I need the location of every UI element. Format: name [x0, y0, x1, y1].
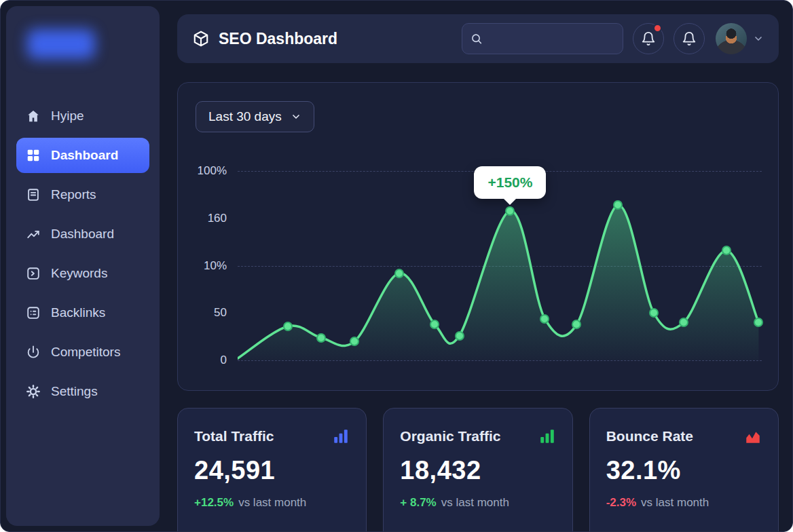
gridline-bottom [238, 360, 762, 361]
notifications-button[interactable] [633, 23, 664, 54]
chevron-down-icon[interactable] [753, 33, 764, 44]
bell-icon [641, 31, 656, 46]
sidebar-item-label: Reports [51, 187, 96, 202]
stat-card-organic-traffic: Organic Traffic 18,432 + 8.7% vs last mo… [383, 408, 572, 532]
grid-icon [26, 148, 41, 163]
chart-point[interactable] [283, 322, 293, 331]
app-screen: Hyipe Dashboard Reports Dashboard Keywor [0, 0, 793, 532]
bar-chart-green-icon [538, 428, 556, 445]
stat-delta: + 8.7% [400, 496, 436, 510]
chart-tooltip: +150% [474, 166, 546, 199]
bar-chart-red-icon [744, 428, 762, 445]
stat-delta: +12.5% [194, 496, 234, 510]
power-icon [26, 345, 41, 360]
chart-point[interactable] [649, 308, 659, 318]
gear-icon [26, 384, 41, 399]
chart-point[interactable] [505, 206, 515, 216]
page-title-text: SEO Dashboard [219, 30, 337, 48]
stat-value: 24,591 [194, 456, 350, 485]
stat-title: Bounce Rate [606, 428, 693, 444]
chart-area: 100%16010%500 +150% [194, 171, 762, 360]
date-range-dropdown[interactable]: Last 30 days [196, 101, 314, 132]
search-box [462, 23, 623, 54]
sidebar-item-dashboard[interactable]: Dashboard [16, 138, 149, 173]
notification-badge [653, 24, 662, 33]
sidebar-item-dashboard-2[interactable]: Dashboard [16, 216, 149, 252]
chart-point[interactable] [394, 269, 404, 278]
chevron-down-icon [291, 111, 301, 122]
backlinks-icon [26, 305, 41, 320]
page-title: SEO Dashboard [192, 30, 337, 48]
sidebar-item-label: Settings [51, 384, 98, 399]
sidebar: Hyipe Dashboard Reports Dashboard Keywor [6, 6, 160, 526]
chart-point[interactable] [679, 318, 688, 327]
sidebar-item-backlinks[interactable]: Backlinks [16, 295, 149, 330]
stat-value: 32.1% [606, 456, 762, 485]
sidebar-item-reports[interactable]: Reports [16, 177, 149, 212]
chart-point[interactable] [754, 318, 763, 327]
logo [27, 29, 95, 59]
chart-point[interactable] [455, 331, 464, 341]
report-icon [26, 187, 41, 202]
chart-plot: +150% [238, 171, 762, 360]
bell-icon [682, 31, 697, 46]
bar-chart-blue-icon [332, 428, 350, 445]
sidebar-item-label: Dashboard [51, 148, 118, 163]
home-icon [26, 109, 41, 124]
y-tick-label: 50 [214, 306, 227, 320]
search-icon [471, 32, 483, 45]
chart-tooltip-text: +150% [487, 174, 532, 190]
chart-y-axis: 100%16010%500 [194, 171, 238, 360]
sidebar-item-keywords[interactable]: Keywords [16, 256, 149, 291]
keywords-icon [26, 266, 41, 281]
stat-delta-label: vs last month [441, 496, 509, 510]
stats-row: Total Traffic 24,591 +12.5% vs last mont… [177, 408, 779, 532]
stat-card-total-traffic: Total Traffic 24,591 +12.5% vs last mont… [177, 408, 367, 532]
stat-title: Total Traffic [194, 428, 274, 444]
cube-icon [192, 30, 210, 48]
traffic-chart-card: Last 30 days 100%16010%500 [177, 82, 779, 391]
sidebar-item-settings[interactable]: Settings [16, 374, 149, 409]
chart-point[interactable] [613, 200, 623, 210]
stat-delta-label: vs last month [238, 496, 306, 510]
sidebar-item-label: Keywords [51, 266, 107, 281]
trend-icon [26, 227, 41, 242]
sidebar-item-label: Backlinks [51, 305, 105, 320]
stat-value: 18,432 [400, 456, 555, 485]
sidebar-item-competitors[interactable]: Competitors [16, 335, 149, 370]
sidebar-item-label: Competitors [51, 345, 120, 360]
y-tick-label: 160 [208, 212, 227, 225]
chart-point[interactable] [430, 320, 439, 329]
traffic-chart-svg [238, 171, 762, 360]
chart-point[interactable] [350, 337, 359, 346]
y-tick-label: 100% [198, 164, 227, 178]
date-range-label: Last 30 days [208, 109, 282, 124]
sidebar-item-label: Hyipe [51, 109, 84, 124]
chart-point[interactable] [540, 314, 549, 324]
avatar[interactable] [716, 23, 747, 54]
stat-title: Organic Traffic [400, 428, 500, 444]
chart-point[interactable] [722, 246, 731, 255]
header: SEO Dashboard [177, 14, 779, 63]
alerts-button[interactable] [674, 23, 705, 54]
y-tick-label: 10% [204, 259, 227, 273]
stat-card-bounce-rate: Bounce Rate 32.1% -2.3% vs last month [589, 408, 779, 532]
sidebar-item-hyipe[interactable]: Hyipe [16, 98, 149, 134]
search-input[interactable] [489, 33, 615, 45]
y-tick-label: 0 [221, 354, 227, 367]
sidebar-item-label: Dashboard [51, 227, 114, 242]
stat-delta-label: vs last month [641, 496, 709, 510]
chart-point[interactable] [572, 320, 581, 329]
chart-point[interactable] [316, 333, 326, 343]
stat-delta: -2.3% [606, 496, 636, 510]
